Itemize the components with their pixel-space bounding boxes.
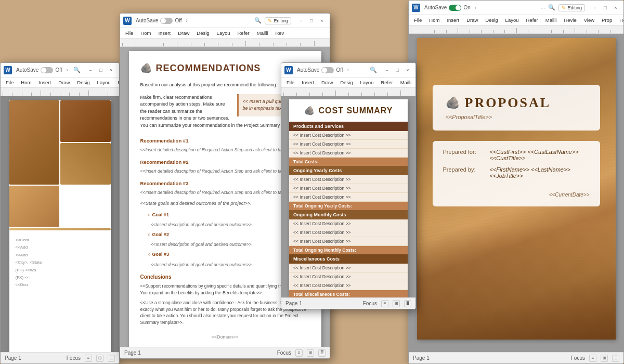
close-btn-win3[interactable]: × <box>403 66 412 75</box>
ribbon-tab-draw-win4[interactable]: Draw <box>464 16 480 24</box>
ribbon-tab-refer-win2[interactable]: Refer <box>236 29 252 37</box>
chevron-icon-win4[interactable]: › <box>475 5 476 10</box>
ruler-mark <box>322 93 335 96</box>
ruler-mark <box>122 43 136 46</box>
search-icon-win2[interactable]: 🔍 <box>254 17 262 24</box>
word-window-proposal[interactable]: W AutoSave On › ··· 🔍 ✎ Editing − □ × Fi… <box>408 0 624 364</box>
ribbon-tab-refer-win4[interactable]: Refer <box>524 16 540 24</box>
doc-page-win3[interactable]: 🪨 COST SUMMARY Products and Services << … <box>289 99 408 297</box>
ribbon-tab-draw-win1[interactable]: Draw <box>56 79 72 86</box>
close-btn-win4[interactable]: × <box>611 3 620 12</box>
ribbon-tab-layout-win3[interactable]: Layou <box>358 79 376 86</box>
ribbon-tab-mail-win4[interactable]: Mailli <box>543 16 559 24</box>
focus-label-win2[interactable]: Focus <box>277 350 291 356</box>
maximize-btn-win3[interactable]: □ <box>393 66 402 75</box>
autosave-toggle-win2[interactable] <box>160 18 173 24</box>
ribbon-tab-draw-win2[interactable]: Draw <box>176 29 191 37</box>
ribbon-tab-file-win2[interactable]: File <box>123 29 135 37</box>
ribbon-tab-home-win1[interactable]: Hom <box>19 79 33 86</box>
cost-section-yearly: Ongoing Yearly Costs <box>289 166 408 175</box>
ribbon-tab-draw-win3[interactable]: Draw <box>319 79 335 86</box>
ribbon-win4: File Hom Insert Draw Desig Layou Refer M… <box>409 15 623 25</box>
word-window-letterhead[interactable]: W AutoSave Off › 🔍 − □ × File Hom Insert… <box>0 62 120 364</box>
maximize-btn-win4[interactable]: □ <box>601 3 610 12</box>
ribbon-tab-home-win4[interactable]: Hom <box>427 16 441 24</box>
maximize-btn-win2[interactable]: □ <box>307 16 316 25</box>
chevron-icon-win2[interactable]: › <box>186 18 188 23</box>
ribbon-tab-layout-win1[interactable]: Layou <box>95 79 113 86</box>
ribbon-win2: File Hom Insert Draw Desig Layou Refer M… <box>120 28 330 38</box>
close-btn-win2[interactable]: × <box>317 16 327 25</box>
close-btn-win1[interactable]: × <box>107 66 116 75</box>
cost-total-1: Total Costs: <box>289 158 408 166</box>
ruler-mark <box>610 30 622 33</box>
ribbon-tab-insert-win2[interactable]: Insert <box>156 29 173 37</box>
ribbon-tab-mail-win3[interactable]: Mailli <box>398 79 414 86</box>
ribbon-tab-design-win3[interactable]: Desig <box>338 79 355 86</box>
ribbon-tab-file-win1[interactable]: File <box>4 79 16 86</box>
search-icon-win3[interactable]: 🔍 <box>370 67 377 73</box>
cost-total-3: Total Ongoing Monthly Costs: <box>289 246 408 255</box>
focus-label-win1[interactable]: Focus <box>67 355 81 361</box>
ruler-mark <box>191 43 204 46</box>
autosave-toggle-win1[interactable] <box>41 67 53 73</box>
minimize-btn-win1[interactable]: − <box>86 66 95 75</box>
ribbon-tab-file-win3[interactable]: File <box>284 79 296 86</box>
minimize-btn-win4[interactable]: − <box>590 3 600 12</box>
ribbon-tab-refer-win3[interactable]: Refer <box>379 79 395 86</box>
ruler-mark <box>98 93 107 96</box>
proposal-date: <<CurrentDate>> <box>549 192 590 198</box>
ribbon-tab-insert-win1[interactable]: Insert <box>36 79 53 86</box>
view-btn-print-win3[interactable]: ⊞ <box>393 300 400 307</box>
view-btn-read-win4[interactable]: ≡ <box>589 355 596 362</box>
ribbon-tab-design-win4[interactable]: Desig <box>483 16 500 24</box>
view-btn-print-win2[interactable]: ⊞ <box>307 349 314 357</box>
ribbon-tab-revie-win4[interactable]: Revie <box>562 16 578 24</box>
view-btn-web-win3[interactable]: ≣ <box>404 300 411 307</box>
ribbon-tab-refer-win1[interactable]: Refer <box>116 79 120 86</box>
proposal-meta-box: Prepared for: <<CustFirst>> <<CustLastNa… <box>433 141 600 206</box>
wood-collage <box>9 100 111 230</box>
view-btn-web-win2[interactable]: ≣ <box>318 349 326 357</box>
ribbon-tab-insert-win4[interactable]: Insert <box>445 16 461 24</box>
focus-label-win4[interactable]: Focus <box>571 355 585 361</box>
word-window-cost-summary[interactable]: W AutoSave Off › 🔍 − □ × File Insert Dra… <box>281 62 416 309</box>
ribbon-tab-layout-win4[interactable]: Layou <box>503 16 521 24</box>
ribbon-tab-layout-win2[interactable]: Layou <box>215 29 232 37</box>
ribbon-tab-home-win2[interactable]: Hom <box>138 29 153 37</box>
view-btn-read-win3[interactable]: ≡ <box>381 300 388 307</box>
ribbon-tab-file-win4[interactable]: File <box>412 16 424 24</box>
search-icon-win4[interactable]: 🔍 <box>548 4 555 11</box>
search-icon-win1[interactable]: 🔍 <box>73 67 81 73</box>
ribbon-tab-view-win4[interactable]: View <box>582 16 596 24</box>
address2-field: <<Add <box>16 252 105 259</box>
ruler-mark <box>335 90 348 96</box>
ruler-mark <box>470 30 482 33</box>
view-btn-read-win1[interactable]: ≡ <box>85 355 92 362</box>
rec-domain: <<Domain>> <box>140 334 310 341</box>
autosave-toggle-win4[interactable] <box>449 5 461 11</box>
word-logo-win4: W <box>412 4 420 12</box>
view-btn-web-win1[interactable]: ≣ <box>108 355 115 362</box>
maximize-btn-win1[interactable]: □ <box>96 66 106 75</box>
ruler-mark <box>232 43 245 46</box>
view-btn-print-win1[interactable]: ⊞ <box>96 355 103 362</box>
view-btn-read-win2[interactable]: ≡ <box>295 349 303 357</box>
ribbon-tab-help-win4[interactable]: Help <box>617 16 623 24</box>
ribbon-tab-insert-win3[interactable]: Insert <box>300 79 316 86</box>
ellipsis-icon-win4[interactable]: ··· <box>540 5 545 11</box>
view-btn-print-win4[interactable]: ⊞ <box>601 355 608 362</box>
doc-page-win4[interactable]: 🪨 PROPOSAL <<ProposalTitle>> Prepared fo… <box>417 38 616 340</box>
ruler-mark <box>3 93 12 96</box>
ribbon-tab-mail-win2[interactable]: Mailli <box>255 29 270 37</box>
ribbon-tab-design-win2[interactable]: Desig <box>194 29 211 37</box>
autosave-toggle-win3[interactable] <box>321 67 334 73</box>
doc-page-win1[interactable]: <<Com <<Add <<Add <City>, <State (PH) <<… <box>9 100 111 352</box>
view-btn-web-win4[interactable]: ≣ <box>612 355 619 362</box>
minimize-btn-win2[interactable]: − <box>296 16 306 25</box>
ribbon-tab-rev-win2[interactable]: Rev <box>273 29 286 37</box>
minimize-btn-win3[interactable]: − <box>382 66 392 75</box>
ribbon-tab-prop-win4[interactable]: Prop <box>600 16 614 24</box>
focus-label-win3[interactable]: Focus <box>363 301 377 306</box>
ribbon-tab-design-win1[interactable]: Desig <box>75 79 92 86</box>
